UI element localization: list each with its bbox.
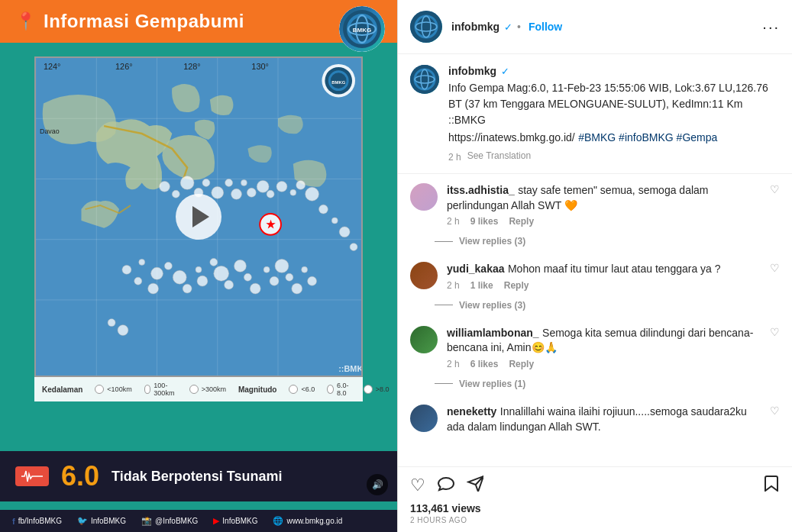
- website-label: www.bmkg.go.id: [286, 517, 342, 525]
- header-username: infobmkg: [451, 21, 499, 33]
- comments-section: itss.adhistia_ stay safe temen" semua, s…: [398, 174, 792, 466]
- svg-point-29: [210, 258, 218, 266]
- view-replies-label-3: View replies (1): [459, 379, 525, 389]
- view-replies-label-2: View replies (3): [459, 300, 525, 311]
- svg-point-20: [139, 259, 145, 265]
- right-panel: infobmkg ✓ • Follow ··· infobmkg ✓ Info …: [397, 0, 792, 532]
- comment-time-2: 2 h: [447, 280, 460, 291]
- youtube-link: ▶ InfoBMKG: [213, 516, 257, 526]
- svg-text:BMKG: BMKG: [353, 27, 371, 34]
- save-button[interactable]: [763, 475, 780, 496]
- view-replies-3[interactable]: View replies (1): [435, 379, 792, 389]
- svg-point-63: [350, 243, 357, 251]
- legend-label-2: 100-300km: [154, 382, 176, 397]
- earthquake-map: 124° 126° 128° 130° Davao: [34, 56, 363, 377]
- pin-icon: 📍: [15, 11, 36, 31]
- bmkg-logo-top: BMKG: [339, 6, 385, 52]
- comment-content-2: Mohon maaf itu timur laut atau tenggara …: [508, 263, 721, 275]
- header-user-info: infobmkg ✓ • Follow: [451, 21, 562, 33]
- like-icon-3[interactable]: ♡: [770, 326, 780, 338]
- svg-point-47: [212, 186, 224, 198]
- legend-label-4: <6.0: [301, 385, 315, 393]
- svg-point-57: [305, 187, 319, 201]
- caption-time: 2 h: [448, 152, 461, 163]
- post-time-ago: 2 HOURS AGO: [410, 516, 780, 524]
- svg-text:126°: 126°: [115, 62, 133, 71]
- svg-point-49: [231, 189, 242, 199]
- view-replies-label-1: View replies (3): [459, 236, 525, 247]
- comment-username-4: neneketty: [447, 405, 496, 418]
- like-icon-2[interactable]: ♡: [770, 262, 780, 274]
- facebook-link: f fb/InfoBMKG: [12, 517, 62, 526]
- svg-point-28: [197, 276, 208, 286]
- comment-item-4: neneketty Innalillahi waina ilaihi rojiu…: [398, 395, 792, 443]
- youtube-icon: ▶: [213, 516, 219, 526]
- legend-label-1: <100km: [107, 385, 131, 393]
- svg-point-25: [173, 270, 186, 284]
- svg-text:Davao: Davao: [40, 127, 60, 135]
- caption-link: https://inatews.bmkg.go.id/: [448, 131, 575, 143]
- comment-button[interactable]: [438, 475, 454, 496]
- follow-button[interactable]: Follow: [529, 21, 562, 33]
- svg-point-58: [108, 319, 115, 327]
- twitter-link: 🐦 InfoBMKG: [77, 516, 126, 526]
- svg-point-38: [286, 273, 293, 281]
- svg-text:BMKG: BMKG: [331, 80, 346, 85]
- post-image-panel: 📍 Informasi Gempabumi BMKG: [0, 0, 397, 532]
- caption-content: infobmkg ✓ Info Gempa Mag:6.0, 11-Feb-23…: [448, 65, 780, 163]
- comment-likes-2: 1 like: [470, 280, 493, 291]
- reply-button-3[interactable]: Reply: [509, 359, 534, 369]
- view-replies-2[interactable]: View replies (3): [435, 300, 792, 311]
- legend-circle-4: [289, 385, 298, 394]
- legend-item-1: <100km: [95, 385, 131, 394]
- comment-body-1: itss.adhistia_ stay safe temen" semua, s…: [447, 183, 761, 227]
- reply-button-1[interactable]: Reply: [509, 216, 534, 227]
- depth-label: Kedalaman: [42, 385, 82, 394]
- like-button[interactable]: ♡: [410, 476, 425, 495]
- svg-text:::BMKG: ::BMKG: [338, 364, 361, 373]
- replies-line-2: [435, 305, 453, 305]
- header-avatar: [410, 11, 442, 43]
- legend-label-3: >300km: [202, 385, 226, 393]
- mag-label: Magnitudo: [238, 385, 277, 394]
- comment-text-2: yudi_kakaa Mohon maaf itu timur laut ata…: [447, 262, 761, 277]
- action-icons-row: ♡: [410, 475, 780, 496]
- svg-point-36: [270, 276, 279, 285]
- comment-body-4: neneketty Innalillahi waina ilaihi rojiu…: [447, 405, 761, 434]
- svg-point-53: [267, 190, 274, 198]
- legend-item-2: 100-300km: [144, 382, 177, 397]
- comment-avatar-itss: [410, 183, 438, 211]
- legend-circle-1: [95, 385, 104, 394]
- more-options-button[interactable]: ···: [762, 18, 780, 36]
- comment-item: itss.adhistia_ stay safe temen" semua, s…: [398, 174, 792, 236]
- caption-meta: 2 h See Translation: [448, 149, 780, 163]
- like-icon-4[interactable]: ♡: [770, 405, 780, 417]
- legend-item-5: 6.0-8.0: [327, 382, 351, 397]
- legend-circle-2: [144, 385, 151, 394]
- caption-section: infobmkg ✓ Info Gempa Mag:6.0, 11-Feb-23…: [398, 54, 792, 174]
- caption-username: infobmkg: [448, 65, 496, 77]
- comment-item-2: yudi_kakaa Mohon maaf itu timur laut ata…: [398, 253, 792, 300]
- share-button[interactable]: [467, 475, 483, 496]
- svg-point-52: [257, 180, 269, 192]
- like-icon-1[interactable]: ♡: [770, 183, 780, 195]
- banner-title: Informasi Gempabumi: [44, 11, 244, 32]
- svg-point-30: [214, 266, 229, 281]
- replies-line-3: [435, 383, 453, 384]
- svg-point-39: [292, 283, 302, 294]
- svg-point-19: [122, 265, 131, 274]
- header-verified-badge: ✓: [504, 21, 512, 33]
- see-translation-link[interactable]: See Translation: [467, 150, 531, 161]
- volume-button[interactable]: 🔊: [367, 474, 388, 495]
- svg-point-23: [148, 283, 159, 294]
- legend-circle-5: [327, 385, 334, 394]
- reply-button-2[interactable]: Reply: [504, 280, 529, 291]
- play-button[interactable]: [176, 194, 221, 240]
- view-replies-1[interactable]: View replies (3): [435, 236, 792, 247]
- svg-point-46: [202, 179, 210, 186]
- svg-point-22: [134, 277, 142, 285]
- svg-point-41: [308, 276, 317, 285]
- seismograph-icon: [15, 466, 49, 486]
- post-header: infobmkg ✓ • Follow ···: [398, 0, 792, 54]
- svg-point-27: [196, 266, 202, 272]
